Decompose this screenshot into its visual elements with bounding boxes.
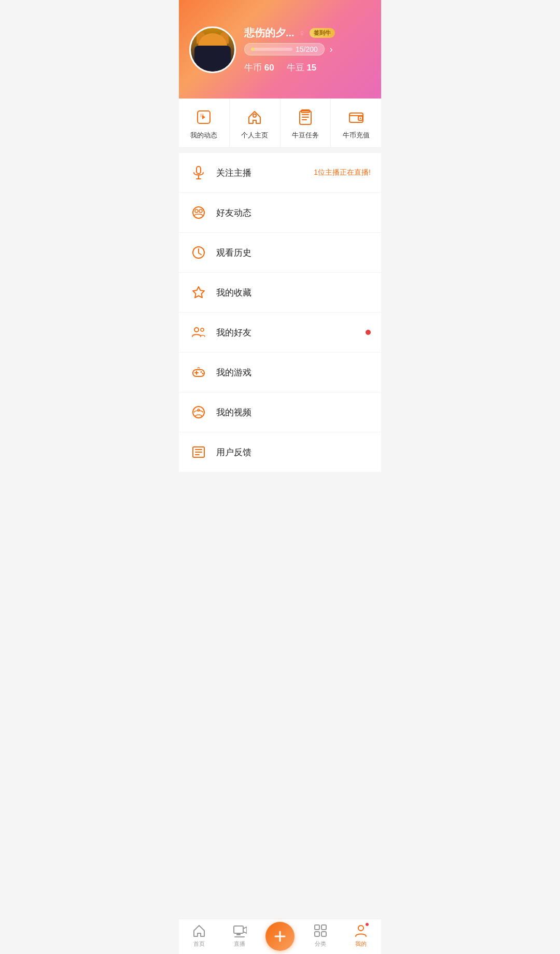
svg-point-26 <box>201 371 202 373</box>
action-my-activity[interactable]: 我的动态 <box>179 99 230 147</box>
profile-banner: 悲伤的夕... ♀ 签到牛 15/200 › 牛币 <box>179 0 381 99</box>
svg-point-22 <box>201 328 204 331</box>
level-text: 15/200 <box>296 45 318 53</box>
menu-item-feedback[interactable]: 用户反馈 <box>179 432 381 472</box>
friends-icon <box>189 323 208 342</box>
activity-icon <box>194 108 213 127</box>
svg-point-27 <box>202 373 204 374</box>
menu-item-games[interactable]: 我的游戏 <box>179 353 381 392</box>
level-fill <box>251 48 254 51</box>
profile-stats: 牛币 60 牛豆 15 <box>244 62 371 74</box>
profile-name: 悲伤的夕... <box>244 26 295 40</box>
bean-value: 15 <box>306 63 316 73</box>
friends-notification-dot <box>366 330 371 335</box>
coin-value: 60 <box>264 63 274 73</box>
menu-label-favorites: 我的收藏 <box>216 287 371 299</box>
svg-rect-13 <box>197 166 201 174</box>
action-label-recharge: 牛币充值 <box>343 131 370 140</box>
svg-point-18 <box>199 209 202 213</box>
menu-item-friend-activity[interactable]: 好友动态 <box>179 193 381 233</box>
profile-info: 悲伤的夕... ♀ 签到牛 15/200 › 牛币 <box>244 26 371 74</box>
menu-label-history: 观看历史 <box>216 247 371 259</box>
video-icon <box>189 403 208 422</box>
menu-item-follow-anchor[interactable]: 关注主播 1位主播正在直播! <box>179 153 381 193</box>
quick-actions: 我的动态 个人主页 牛豆任务 <box>179 99 381 148</box>
coin-stat: 牛币 60 <box>244 62 274 74</box>
action-personal-page[interactable]: 个人主页 <box>230 99 281 147</box>
personal-home-icon <box>245 108 264 127</box>
menu-label-games: 我的游戏 <box>216 367 371 378</box>
avatar[interactable] <box>189 26 236 73</box>
svg-point-3 <box>253 114 256 117</box>
live-status-text: 1位主播正在直播! <box>314 168 371 177</box>
star-icon <box>189 283 208 302</box>
svg-marker-20 <box>193 287 204 298</box>
menu-label-feedback: 用户反馈 <box>216 446 371 458</box>
level-chevron-icon[interactable]: › <box>330 44 333 55</box>
menu-label-follow-anchor: 关注主播 <box>216 167 314 179</box>
history-icon <box>189 243 208 262</box>
svg-point-16 <box>193 207 204 218</box>
menu-item-my-friends[interactable]: 我的好友 <box>179 313 381 353</box>
menu-item-watch-history[interactable]: 观看历史 <box>179 233 381 273</box>
svg-point-29 <box>198 409 200 411</box>
svg-point-17 <box>195 209 198 213</box>
game-icon <box>189 363 208 382</box>
feedback-icon <box>189 443 208 461</box>
friends-activity-icon <box>189 203 208 222</box>
svg-point-11 <box>359 118 361 119</box>
action-label-task: 牛豆任务 <box>292 131 319 140</box>
vip-badge: 签到牛 <box>310 28 335 38</box>
bean-stat: 牛豆 15 <box>287 62 317 74</box>
menu-label-friend-activity: 好友动态 <box>216 207 371 219</box>
mic-icon <box>189 163 208 182</box>
action-label-activity: 我的动态 <box>190 131 217 140</box>
level-bar[interactable]: 15/200 <box>244 43 325 55</box>
gender-icon: ♀ <box>299 29 306 38</box>
menu-item-videos[interactable]: 我的视频 <box>179 392 381 432</box>
menu-item-favorites[interactable]: 我的收藏 <box>179 273 381 313</box>
task-icon <box>296 108 315 127</box>
action-coin-recharge[interactable]: 牛币充值 <box>331 99 381 147</box>
action-bean-task[interactable]: 牛豆任务 <box>281 99 331 147</box>
menu-label-videos: 我的视频 <box>216 406 371 418</box>
svg-point-21 <box>194 328 199 332</box>
action-label-personal: 个人主页 <box>241 131 268 140</box>
wallet-icon <box>347 108 366 127</box>
menu-list: 关注主播 1位主播正在直播! 好友动态 <box>179 153 381 472</box>
menu-label-my-friends: 我的好友 <box>216 327 371 339</box>
